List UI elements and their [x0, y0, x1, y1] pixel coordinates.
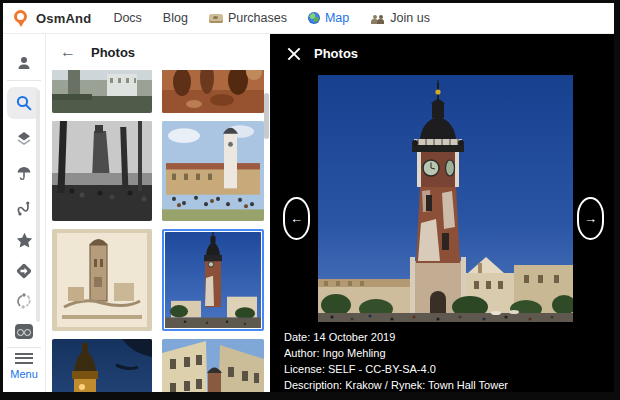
nav-map[interactable]: Map [308, 11, 349, 25]
osmand-web-app: OsmAnd Docs Blog Purchases Map Join us [3, 3, 614, 392]
photo-thumbnail[interactable] [52, 339, 152, 392]
travel-icon [15, 324, 33, 339]
sidebar-item-account[interactable] [3, 54, 45, 72]
next-photo-button[interactable]: → [577, 197, 604, 240]
photo-metadata: Date: 14 October 2019 Author: Ingo Mehli… [284, 329, 508, 392]
menu-label[interactable]: Menu [3, 368, 45, 380]
arrow-right-icon: → [584, 211, 597, 226]
photos-panel-scrollbar[interactable] [264, 93, 269, 139]
back-arrow-icon[interactable]: ← [60, 44, 76, 60]
nav-purchases[interactable]: Purchases [209, 11, 287, 25]
brand-name[interactable]: OsmAnd [36, 11, 91, 26]
navigation-diamond-icon [15, 262, 33, 280]
plan-route-icon [15, 292, 33, 310]
nav-map-label: Map [325, 11, 349, 25]
top-header: OsmAnd Docs Blog Purchases Map Join us [3, 3, 614, 34]
people-icon [370, 13, 385, 24]
meta-description: Description: Krakow / Rynek: Town Hall T… [284, 377, 508, 392]
photos-panel-title: Photos [91, 45, 135, 60]
menu-hamburger-icon[interactable] [15, 353, 33, 364]
photo-grid [52, 70, 266, 392]
arrow-left-icon: ← [290, 211, 303, 226]
photo-thumbnail-selected[interactable] [162, 229, 264, 331]
nav-blog-label: Blog [163, 11, 188, 25]
star-icon [15, 231, 34, 250]
logo-pin-tail [18, 22, 24, 27]
umbrella-icon [15, 164, 33, 182]
purchases-icon [209, 14, 223, 23]
nav-join-us-label: Join us [390, 11, 430, 25]
osmand-logo-icon[interactable] [14, 10, 29, 27]
viewer-title: Photos [314, 46, 358, 61]
sidebar-divider-bottom [7, 347, 41, 348]
nav-docs-label: Docs [113, 11, 141, 25]
account-icon [15, 54, 33, 72]
sidebar-divider-top [7, 80, 41, 81]
photos-list-panel: ← Photos [45, 34, 270, 392]
search-icon [15, 94, 33, 112]
nav-blog[interactable]: Blog [163, 11, 188, 25]
globe-icon [308, 12, 320, 24]
photo-thumbnail[interactable] [162, 339, 264, 392]
photo-thumbnail[interactable] [52, 229, 152, 331]
photos-panel-header: ← Photos [46, 34, 270, 70]
previous-photo-button[interactable]: ← [283, 197, 310, 240]
photo-thumbnail[interactable] [52, 121, 152, 221]
screenshot-frame: OsmAnd Docs Blog Purchases Map Join us [0, 0, 620, 400]
nav-purchases-label: Purchases [228, 11, 287, 25]
main-photo [318, 75, 573, 322]
layers-icon [15, 130, 33, 148]
meta-license: License: SELF - CC-BY-SA-4.0 [284, 361, 508, 377]
close-icon[interactable] [287, 47, 301, 61]
route-icon [15, 199, 33, 217]
photo-viewer-panel: Photos [270, 34, 614, 392]
sidebar-item-travel[interactable] [3, 324, 45, 339]
header-nav: Docs Blog Purchases Map Join us [113, 11, 430, 25]
photo-thumbnail[interactable] [162, 70, 264, 113]
photo-thumbnail[interactable] [52, 70, 152, 113]
sidebar-scrollbar[interactable] [36, 90, 40, 322]
meta-author: Author: Ingo Mehling [284, 345, 508, 361]
photo-thumbnail[interactable] [162, 121, 264, 221]
nav-join-us[interactable]: Join us [370, 11, 430, 25]
nav-docs[interactable]: Docs [113, 11, 141, 25]
meta-date: Date: 14 October 2019 [284, 329, 508, 345]
left-sidebar: Menu [3, 34, 45, 392]
